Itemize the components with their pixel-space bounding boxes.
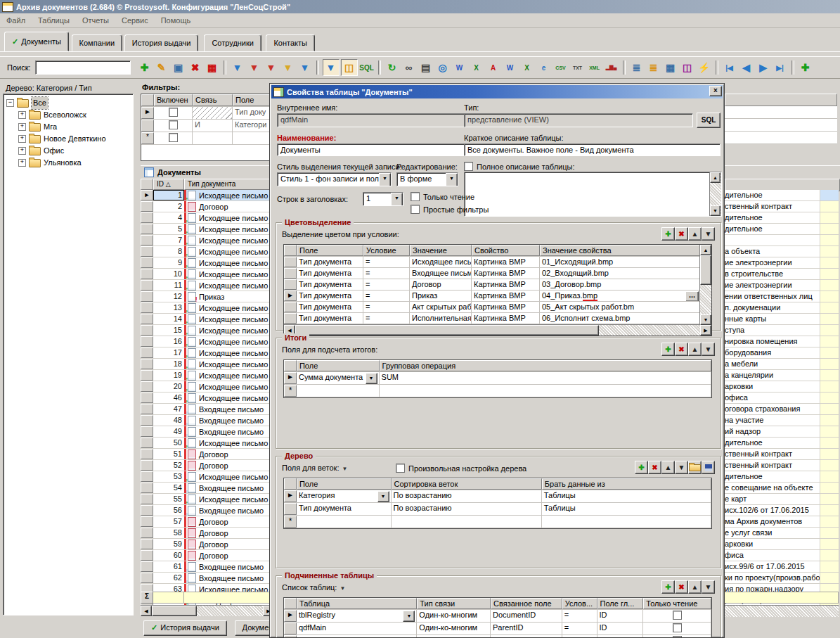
- table-cell[interactable]: [491, 635, 562, 637]
- doc-type-cell[interactable]: Договор: [184, 528, 274, 538]
- tab-0[interactable]: ✓Документы: [4, 32, 69, 51]
- row-selector[interactable]: [284, 302, 297, 312]
- doc-id-cell[interactable]: 54: [153, 483, 184, 493]
- doc-id-cell[interactable]: 1: [153, 190, 184, 200]
- doc-row[interactable]: 11↑Исходящее письмо: [141, 280, 274, 291]
- style-select[interactable]: Стиль 1 - фон записи и поля▼: [277, 172, 392, 186]
- doc-row-fragment[interactable]: дительное: [725, 190, 839, 201]
- row-selector[interactable]: [141, 471, 153, 482]
- row-selector[interactable]: [141, 302, 153, 313]
- table-cell[interactable]: По возрастанию: [392, 490, 542, 502]
- scrollbar-thumb[interactable]: [295, 325, 599, 336]
- doc-type-cell[interactable]: ↑Исходящее письмо: [184, 494, 274, 504]
- tab-4[interactable]: Контакты: [266, 34, 315, 51]
- row-selector[interactable]: [141, 269, 153, 279]
- doc-id-cell[interactable]: 46: [153, 393, 184, 403]
- doc-row-fragment[interactable]: а объекта: [725, 246, 839, 257]
- doc-type-cell[interactable]: ↑Исходящее письмо: [184, 325, 274, 336]
- table-cell[interactable]: =: [363, 291, 410, 301]
- table-cell[interactable]: Входящее письмо: [410, 268, 472, 279]
- row-selector[interactable]: [284, 313, 297, 324]
- table-cell[interactable]: =: [363, 313, 410, 324]
- row-selector[interactable]: ►: [284, 490, 297, 502]
- table-row[interactable]: ►tblRegistry▼Один-ко-многимDocumentID=ID: [284, 610, 711, 623]
- table-cell[interactable]: Тип документа: [297, 313, 363, 324]
- table-cell[interactable]: Таблицы: [542, 490, 711, 502]
- doc-row[interactable]: 4↑Исходящее письмо: [141, 212, 274, 224]
- doc-row-fragment[interactable]: а мебели: [725, 359, 839, 370]
- filter-open-icon[interactable]: ▼: [280, 60, 296, 75]
- merge-excel-icon[interactable]: X: [519, 60, 535, 75]
- chevron-down-icon[interactable]: ▼: [342, 466, 347, 472]
- row-selector[interactable]: [284, 623, 297, 634]
- filter-save-icon[interactable]: ▼: [297, 60, 313, 75]
- table-cell[interactable]: tblRegistry▼: [297, 610, 417, 622]
- tree-item-2[interactable]: +Новое Девяткино: [5, 133, 131, 145]
- table-cell[interactable]: Таблицы: [542, 503, 711, 515]
- table-row[interactable]: Тип документа=Исполнительная схеКартинка…: [284, 313, 711, 324]
- row-selector[interactable]: [141, 280, 153, 291]
- menu-item-1[interactable]: Таблицы: [32, 14, 76, 27]
- filter-link-cell[interactable]: [193, 107, 233, 119]
- table-cell[interactable]: Приказ: [410, 291, 472, 301]
- column-header[interactable]: Сортировка веток: [392, 478, 542, 490]
- chevron-down-icon[interactable]: ▼: [340, 585, 345, 592]
- doc-type-cell[interactable]: ↑Исходящее письмо: [184, 246, 274, 257]
- column-header[interactable]: Только чтение: [643, 598, 711, 609]
- checkbox-icon[interactable]: [411, 205, 420, 214]
- tree-item-0[interactable]: +Всеволожск: [5, 109, 131, 121]
- doc-row-fragment[interactable]: дительное: [725, 438, 839, 449]
- doc-id-cell[interactable]: 56: [153, 505, 184, 516]
- delete-row-button[interactable]: ✖: [648, 461, 661, 474]
- doc-row[interactable]: 2Договор: [141, 201, 274, 212]
- table-cell[interactable]: 04_Приказ.bmp...: [540, 291, 701, 301]
- documents-hscrollbar[interactable]: ◀ ▶: [141, 605, 274, 616]
- table-row[interactable]: ►Тип документа=ПриказКартинка BMP04_Прик…: [284, 291, 711, 302]
- row-selector[interactable]: [141, 561, 153, 572]
- doc-id-cell[interactable]: 61: [153, 561, 184, 572]
- filter-column-header[interactable]: Включен: [154, 94, 193, 106]
- delete-row-button[interactable]: ✖: [675, 580, 688, 594]
- doc-row[interactable]: 12!Приказ: [141, 291, 274, 302]
- doc-type-cell[interactable]: ↓Входящее письмо: [184, 404, 274, 414]
- new-row[interactable]: *: [284, 516, 711, 528]
- checkbox-icon[interactable]: [169, 133, 178, 142]
- edit-record-icon[interactable]: ✎: [154, 60, 169, 75]
- expand-icon[interactable]: +: [18, 147, 26, 155]
- doc-id-cell[interactable]: 60: [153, 550, 184, 561]
- doc-row-fragment[interactable]: ий надзор: [725, 426, 839, 438]
- doc-row[interactable]: 5↑Исходящее письмо: [141, 224, 274, 235]
- export-pdf-icon[interactable]: A: [486, 60, 501, 75]
- table-cell[interactable]: Картинка BMP: [472, 313, 540, 324]
- doc-row-fragment[interactable]: дительное: [725, 471, 839, 483]
- table-cell[interactable]: [417, 635, 491, 637]
- table-cell[interactable]: [643, 635, 711, 637]
- table-cell[interactable]: 05_Акт скрытых работ.bm: [540, 302, 701, 312]
- doc-id-cell[interactable]: 15: [153, 325, 184, 336]
- checkbox-icon[interactable]: [411, 192, 420, 201]
- doc-row[interactable]: 50↑Исходящее письмо: [141, 438, 274, 449]
- down-row-button[interactable]: ▼: [675, 461, 688, 474]
- column-header[interactable]: Условие: [363, 245, 410, 256]
- doc-id-cell[interactable]: 13: [153, 302, 184, 313]
- export-excel-icon[interactable]: X: [469, 60, 484, 75]
- row-selector[interactable]: [284, 257, 297, 267]
- table-cell[interactable]: Сумма документа▼: [297, 372, 380, 384]
- readonly-checkbox[interactable]: Только чтение: [411, 192, 474, 201]
- doc-type-cell[interactable]: ↓Входящее письмо: [184, 426, 274, 437]
- new-row[interactable]: *: [284, 635, 711, 637]
- row-selector[interactable]: ►: [141, 107, 154, 119]
- doc-id-cell[interactable]: 8: [153, 246, 184, 257]
- table-cell[interactable]: =: [363, 257, 410, 267]
- nav-prev-icon[interactable]: ◀: [739, 60, 754, 75]
- table-row[interactable]: Тип документа=Исходящее письмоКартинка B…: [284, 257, 711, 268]
- table-cell[interactable]: 01_Исходящий.bmp: [540, 257, 701, 267]
- row-selector[interactable]: [141, 528, 153, 538]
- copy-record-icon[interactable]: ▣: [171, 60, 186, 75]
- column-header[interactable]: Таблица: [297, 598, 417, 609]
- doc-type-cell[interactable]: ↑Исходящее письмо: [184, 257, 274, 268]
- doc-row-fragment[interactable]: в строительстве: [725, 269, 839, 280]
- table-cell[interactable]: =: [562, 610, 597, 622]
- dialog-titlebar[interactable]: Свойства таблицы "Документы": [271, 85, 723, 98]
- table-cell[interactable]: Акт скрытых работ: [410, 302, 472, 312]
